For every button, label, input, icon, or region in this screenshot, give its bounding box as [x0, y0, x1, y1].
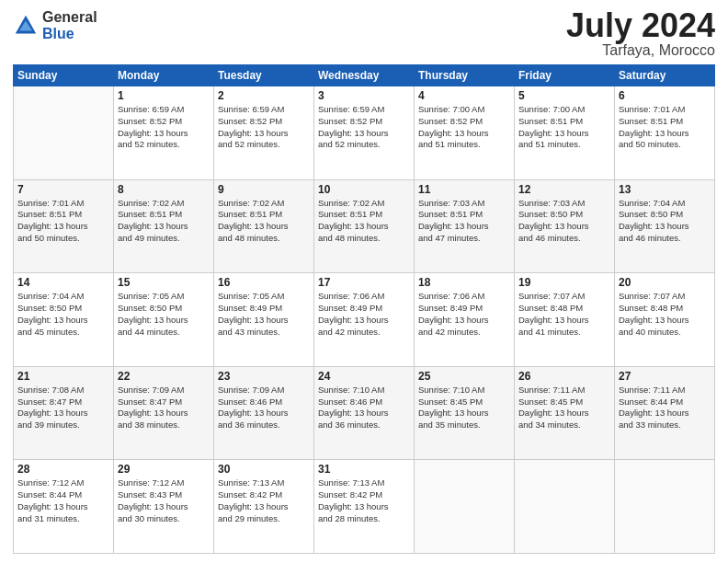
day-number: 11: [418, 183, 510, 196]
day-number: 17: [318, 276, 410, 289]
day-info: Sunrise: 7:09 AM Sunset: 8:47 PM Dayligh…: [118, 385, 210, 431]
day-number: 29: [118, 463, 210, 476]
day-info: Sunrise: 7:11 AM Sunset: 8:44 PM Dayligh…: [619, 385, 711, 431]
day-cell: 16Sunrise: 7:05 AM Sunset: 8:49 PM Dayli…: [214, 273, 314, 367]
day-number: 10: [318, 183, 410, 196]
day-cell: 8Sunrise: 7:02 AM Sunset: 8:51 PM Daylig…: [114, 179, 214, 273]
logo: General Blue: [13, 9, 97, 41]
day-cell: 31Sunrise: 7:13 AM Sunset: 8:42 PM Dayli…: [314, 460, 415, 554]
day-cell: 30Sunrise: 7:13 AM Sunset: 8:42 PM Dayli…: [214, 460, 314, 554]
main-title: July 2024: [566, 9, 715, 42]
day-number: 4: [418, 89, 510, 102]
day-number: 31: [318, 463, 410, 476]
day-cell: 5Sunrise: 7:00 AM Sunset: 8:51 PM Daylig…: [515, 86, 615, 180]
day-cell: 10Sunrise: 7:02 AM Sunset: 8:51 PM Dayli…: [314, 179, 415, 273]
week-row-1: 1Sunrise: 6:59 AM Sunset: 8:52 PM Daylig…: [14, 86, 715, 180]
day-number: 9: [218, 183, 310, 196]
day-cell: 25Sunrise: 7:10 AM Sunset: 8:45 PM Dayli…: [415, 366, 515, 460]
weekday-header-saturday: Saturday: [615, 65, 715, 86]
day-info: Sunrise: 6:59 AM Sunset: 8:52 PM Dayligh…: [218, 104, 310, 151]
day-number: 6: [619, 89, 711, 102]
day-info: Sunrise: 7:13 AM Sunset: 8:42 PM Dayligh…: [318, 477, 410, 524]
day-cell: 9Sunrise: 7:02 AM Sunset: 8:51 PM Daylig…: [214, 179, 314, 273]
day-cell: 27Sunrise: 7:11 AM Sunset: 8:44 PM Dayli…: [615, 366, 715, 460]
day-info: Sunrise: 7:07 AM Sunset: 8:48 PM Dayligh…: [518, 291, 610, 338]
day-cell: [515, 460, 615, 554]
day-info: Sunrise: 7:01 AM Sunset: 8:51 PM Dayligh…: [619, 104, 711, 151]
day-info: Sunrise: 6:59 AM Sunset: 8:52 PM Dayligh…: [318, 104, 410, 151]
page: General Blue July 2024 Tarfaya, Morocco …: [0, 0, 728, 563]
day-number: 2: [218, 89, 310, 102]
day-number: 3: [318, 89, 410, 102]
day-cell: 21Sunrise: 7:08 AM Sunset: 8:47 PM Dayli…: [14, 366, 114, 460]
calendar-table: SundayMondayTuesdayWednesdayThursdayFrid…: [13, 64, 715, 554]
day-cell: 24Sunrise: 7:10 AM Sunset: 8:46 PM Dayli…: [314, 366, 415, 460]
weekday-header-monday: Monday: [114, 65, 214, 86]
day-info: Sunrise: 7:10 AM Sunset: 8:45 PM Dayligh…: [418, 385, 510, 431]
day-number: 13: [619, 183, 711, 196]
week-row-4: 21Sunrise: 7:08 AM Sunset: 8:47 PM Dayli…: [14, 366, 715, 460]
logo-blue: Blue: [42, 26, 97, 42]
day-info: Sunrise: 7:04 AM Sunset: 8:50 PM Dayligh…: [619, 198, 711, 245]
day-info: Sunrise: 7:07 AM Sunset: 8:48 PM Dayligh…: [619, 291, 711, 338]
day-info: Sunrise: 7:03 AM Sunset: 8:51 PM Dayligh…: [418, 198, 510, 245]
day-info: Sunrise: 7:01 AM Sunset: 8:51 PM Dayligh…: [17, 198, 109, 245]
day-cell: 18Sunrise: 7:06 AM Sunset: 8:49 PM Dayli…: [415, 273, 515, 367]
day-info: Sunrise: 7:10 AM Sunset: 8:46 PM Dayligh…: [318, 385, 410, 431]
day-info: Sunrise: 7:03 AM Sunset: 8:50 PM Dayligh…: [518, 198, 610, 245]
day-info: Sunrise: 7:11 AM Sunset: 8:45 PM Dayligh…: [518, 385, 610, 431]
day-info: Sunrise: 7:00 AM Sunset: 8:51 PM Dayligh…: [518, 104, 610, 151]
logo-text: General Blue: [42, 9, 97, 41]
day-info: Sunrise: 7:06 AM Sunset: 8:49 PM Dayligh…: [418, 291, 510, 338]
day-number: 8: [118, 183, 210, 196]
day-info: Sunrise: 7:05 AM Sunset: 8:50 PM Dayligh…: [118, 291, 210, 338]
header: General Blue July 2024 Tarfaya, Morocco: [13, 9, 715, 59]
weekday-header-sunday: Sunday: [14, 65, 114, 86]
day-cell: 15Sunrise: 7:05 AM Sunset: 8:50 PM Dayli…: [114, 273, 214, 367]
day-cell: 19Sunrise: 7:07 AM Sunset: 8:48 PM Dayli…: [515, 273, 615, 367]
day-number: 18: [418, 276, 510, 289]
calendar-header: SundayMondayTuesdayWednesdayThursdayFrid…: [14, 65, 715, 86]
weekday-header-friday: Friday: [515, 65, 615, 86]
day-number: 14: [17, 276, 109, 289]
day-cell: [615, 460, 715, 554]
week-row-2: 7Sunrise: 7:01 AM Sunset: 8:51 PM Daylig…: [14, 179, 715, 273]
day-number: 24: [318, 370, 410, 383]
logo-general: General: [42, 9, 97, 26]
day-cell: 2Sunrise: 6:59 AM Sunset: 8:52 PM Daylig…: [214, 86, 314, 180]
day-number: 28: [17, 463, 109, 476]
day-number: 1: [118, 89, 210, 102]
day-info: Sunrise: 7:12 AM Sunset: 8:43 PM Dayligh…: [118, 477, 210, 524]
day-number: 7: [17, 183, 109, 196]
subtitle: Tarfaya, Morocco: [566, 42, 715, 59]
day-number: 25: [418, 370, 510, 383]
calendar-body: 1Sunrise: 6:59 AM Sunset: 8:52 PM Daylig…: [14, 86, 715, 554]
day-number: 26: [518, 370, 610, 383]
day-number: 16: [218, 276, 310, 289]
day-info: Sunrise: 7:13 AM Sunset: 8:42 PM Dayligh…: [218, 477, 310, 524]
weekday-header-tuesday: Tuesday: [214, 65, 314, 86]
day-number: 21: [17, 370, 109, 383]
day-number: 30: [218, 463, 310, 476]
day-cell: 13Sunrise: 7:04 AM Sunset: 8:50 PM Dayli…: [615, 179, 715, 273]
day-info: Sunrise: 7:09 AM Sunset: 8:46 PM Dayligh…: [218, 385, 310, 431]
day-number: 12: [518, 183, 610, 196]
day-info: Sunrise: 7:05 AM Sunset: 8:49 PM Dayligh…: [218, 291, 310, 338]
day-cell: 22Sunrise: 7:09 AM Sunset: 8:47 PM Dayli…: [114, 366, 214, 460]
day-cell: 12Sunrise: 7:03 AM Sunset: 8:50 PM Dayli…: [515, 179, 615, 273]
day-number: 22: [118, 370, 210, 383]
day-cell: 29Sunrise: 7:12 AM Sunset: 8:43 PM Dayli…: [114, 460, 214, 554]
day-number: 5: [518, 89, 610, 102]
week-row-5: 28Sunrise: 7:12 AM Sunset: 8:44 PM Dayli…: [14, 460, 715, 554]
day-info: Sunrise: 7:06 AM Sunset: 8:49 PM Dayligh…: [318, 291, 410, 338]
logo-icon: [13, 13, 39, 39]
day-cell: 1Sunrise: 6:59 AM Sunset: 8:52 PM Daylig…: [114, 86, 214, 180]
week-row-3: 14Sunrise: 7:04 AM Sunset: 8:50 PM Dayli…: [14, 273, 715, 367]
weekday-header-wednesday: Wednesday: [314, 65, 415, 86]
day-cell: 26Sunrise: 7:11 AM Sunset: 8:45 PM Dayli…: [515, 366, 615, 460]
day-cell: 3Sunrise: 6:59 AM Sunset: 8:52 PM Daylig…: [314, 86, 415, 180]
day-cell: [14, 86, 114, 180]
day-number: 20: [619, 276, 711, 289]
weekday-header-thursday: Thursday: [415, 65, 515, 86]
day-number: 23: [218, 370, 310, 383]
